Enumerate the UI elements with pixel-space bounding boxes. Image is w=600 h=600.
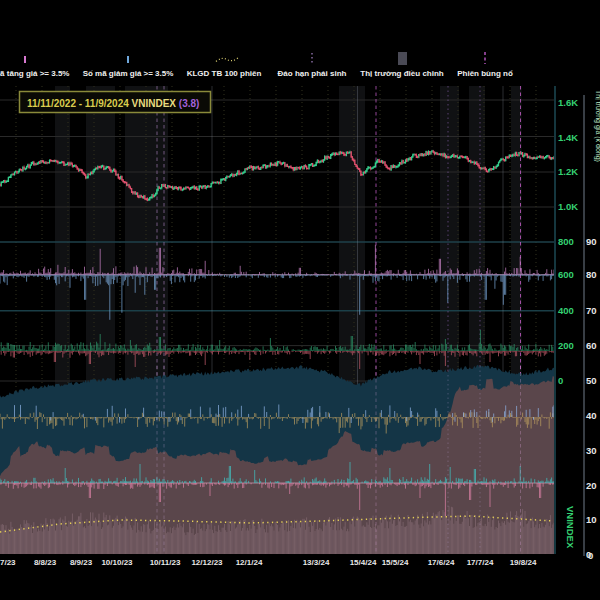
svg-text:8/8/23: 8/8/23 [34, 558, 57, 567]
svg-text:15/4/24: 15/4/24 [350, 558, 377, 567]
svg-text:10/11/23: 10/11/23 [150, 558, 181, 567]
svg-text:Thị trường điều chỉnh: Thị trường điều chỉnh [360, 69, 444, 78]
svg-text:1.0K: 1.0K [558, 201, 578, 212]
svg-text:11/11/2022 - 11/9/2024 VNINDE: 11/11/2022 - 11/9/2024 VNINDEX (3.8) [27, 98, 199, 109]
svg-text:Số mã giảm giá >= 3.5%: Số mã giảm giá >= 3.5% [83, 69, 174, 78]
svg-text:60: 60 [586, 340, 597, 351]
svg-text:70: 70 [586, 305, 597, 316]
svg-text:40: 40 [586, 410, 597, 421]
svg-text:Phiên bùng nổ: Phiên bùng nổ [457, 69, 513, 78]
svg-text:800: 800 [558, 236, 574, 247]
svg-text:20: 20 [586, 480, 597, 491]
svg-text:12/1/24: 12/1/24 [236, 558, 263, 567]
svg-text:Đáo hạn phái sinh: Đáo hạn phái sinh [278, 69, 347, 78]
svg-text:1.4K: 1.4K [558, 132, 578, 143]
svg-text:80: 80 [586, 269, 597, 280]
svg-text:10: 10 [586, 514, 597, 525]
svg-text:30: 30 [586, 445, 597, 456]
svg-text:12/12/23: 12/12/23 [191, 558, 223, 567]
svg-text:19/8/24: 19/8/24 [510, 558, 537, 567]
svg-text:KLGD TB 100 phiên: KLGD TB 100 phiên [187, 69, 262, 78]
svg-text:10/10/23: 10/10/23 [101, 558, 133, 567]
svg-text:0: 0 [558, 375, 563, 386]
svg-text:VNINDEX: VNINDEX [565, 506, 576, 549]
svg-text:7/23: 7/23 [0, 558, 16, 567]
svg-text:90: 90 [586, 236, 597, 247]
svg-text:17/6/24: 17/6/24 [428, 558, 455, 567]
svg-text:Số mã tăng giá >= 3.5%: Số mã tăng giá >= 3.5% [0, 69, 69, 78]
svg-text:0: 0 [588, 550, 593, 561]
svg-text:600: 600 [558, 269, 574, 280]
svg-text:1.2K: 1.2K [558, 166, 578, 177]
svg-text:13/3/24: 13/3/24 [303, 558, 330, 567]
svg-text:8/9/23: 8/9/23 [70, 558, 93, 567]
svg-text:400: 400 [558, 305, 574, 316]
svg-text:1.6K: 1.6K [558, 97, 578, 108]
svg-text:17/7/24: 17/7/24 [467, 558, 494, 567]
svg-text:200: 200 [558, 340, 574, 351]
svg-text:50: 50 [586, 375, 597, 386]
svg-text:15/5/24: 15/5/24 [382, 558, 409, 567]
